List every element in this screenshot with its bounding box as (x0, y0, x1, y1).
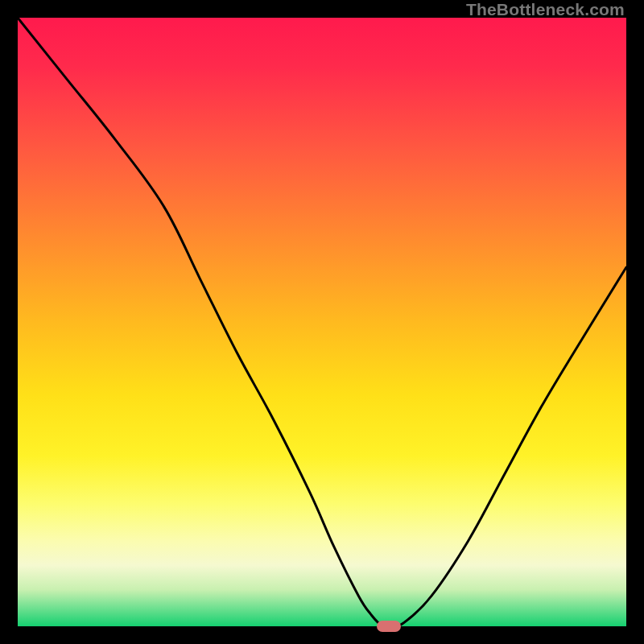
chart-frame: TheBottleneck.com (0, 0, 644, 644)
plot-area (18, 18, 626, 626)
bottleneck-curve (18, 18, 626, 626)
watermark-text: TheBottleneck.com (466, 0, 625, 19)
optimal-marker (377, 621, 401, 632)
